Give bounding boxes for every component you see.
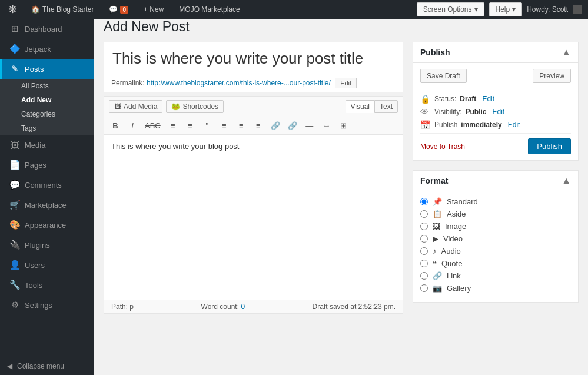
edit-permalink-btn[interactable]: Edit — [335, 78, 357, 88]
post-title-input[interactable] — [104, 42, 403, 75]
sidebar-item-label: Settings — [25, 301, 52, 310]
path-info: Path: p — [111, 303, 134, 311]
sidebar-item-label: Tools — [25, 281, 42, 290]
format-quote-radio[interactable] — [420, 260, 428, 267]
format-audio-radio[interactable] — [420, 247, 428, 255]
sidebar-item-tools[interactable]: 🔧 Tools — [0, 275, 94, 295]
visibility-edit-link[interactable]: Edit — [492, 108, 504, 116]
marketplace-link[interactable]: MOJO Marketplace — [175, 0, 243, 19]
align-left-btn[interactable]: ≡ — [217, 120, 232, 132]
draft-saved-status: Draft saved at 2:52:23 pm. — [313, 303, 396, 311]
settings-icon: ⚙ — [9, 300, 20, 310]
status-icon: 🔒 — [420, 94, 431, 104]
format-link: 🔗 Link — [420, 271, 571, 280]
sidebar-item-pages[interactable]: 📄 Pages — [0, 155, 94, 175]
permalink-link[interactable]: http://www.theblogstarter.com/this-is-wh… — [147, 79, 331, 87]
move-to-trash-link[interactable]: Move to Trash — [420, 142, 465, 151]
submenu-tags[interactable]: Tags — [0, 121, 94, 135]
sidebar-item-label: Users — [25, 261, 45, 270]
video-icon: ▶ — [433, 234, 438, 243]
submenu-categories[interactable]: Categories — [0, 107, 94, 121]
format-image: 🖼 Image — [420, 222, 571, 231]
comment-icon: 💬 — [109, 5, 118, 14]
insert-link-btn[interactable]: 🔗 — [268, 120, 283, 132]
preview-btn[interactable]: Preview — [533, 69, 571, 83]
sidebar-item-dashboard[interactable]: ⊞ Dashboard — [0, 19, 94, 39]
comments-link[interactable]: 💬 0 — [105, 0, 132, 19]
marketplace-icon: 🛒 — [9, 200, 20, 210]
format-box: Format ▲ 📌 Standard 📋 — [413, 170, 579, 303]
unordered-list-btn[interactable]: ≡ — [165, 120, 181, 132]
add-media-btn[interactable]: 🖼 Add Media — [109, 100, 162, 113]
sidebar-item-plugins[interactable]: 🔌 Plugins — [0, 235, 94, 255]
submenu-add-new[interactable]: Add New — [0, 93, 94, 107]
bold-btn[interactable]: B — [108, 120, 123, 132]
collapse-icon: ◀ — [7, 362, 12, 370]
format-image-radio[interactable] — [420, 223, 428, 230]
ordered-list-btn[interactable]: ≡ — [182, 120, 198, 132]
chevron-down-icon: ▾ — [512, 5, 516, 14]
site-name-link[interactable]: 🏠 The Blog Starter — [28, 0, 97, 19]
sidebar-item-label: Pages — [25, 161, 46, 170]
posts-submenu: All Posts Add New Categories Tags — [0, 79, 94, 135]
collapse-menu-btn[interactable]: ◀ Collapse menu — [0, 357, 94, 375]
text-tab[interactable]: Text — [374, 100, 398, 113]
side-panels: Publish ▲ Save Draft Preview 🔒 — [413, 42, 579, 314]
format-link-radio[interactable] — [420, 272, 428, 280]
sidebar-item-settings[interactable]: ⚙ Settings — [0, 295, 94, 315]
sidebar-item-comments[interactable]: 💬 Comments — [0, 175, 94, 195]
shortcodes-btn[interactable]: 🐸 Shortcodes — [166, 100, 224, 113]
align-center-btn[interactable]: ≡ — [234, 120, 249, 132]
status-edit-link[interactable]: Edit — [482, 95, 494, 103]
format-toolbar: B I ABC ≡ ≡ " ≡ ≡ ≡ 🔗 🔗 — ↔ — [104, 117, 403, 135]
format-box-header[interactable]: Format ▲ — [413, 171, 578, 191]
publish-btn[interactable]: Publish — [528, 138, 571, 154]
media-toolbar: 🖼 Add Media 🐸 Shortcodes Visual Text — [104, 97, 403, 117]
post-content-editor[interactable]: This is where you write your blog post — [104, 135, 403, 300]
publish-box-header[interactable]: Publish ▲ — [413, 42, 578, 63]
avatar[interactable] — [573, 5, 582, 14]
calendar-icon: 📅 — [420, 120, 431, 130]
media-icon: 🖼 — [9, 140, 20, 150]
appearance-icon: 🎨 — [9, 220, 20, 230]
tools-icon: 🔧 — [9, 280, 20, 290]
format-box-toggle[interactable]: ▲ — [562, 175, 571, 186]
sidebar-item-media[interactable]: 🖼 Media — [0, 135, 94, 155]
show-toolbar-btn[interactable]: ⊞ — [336, 120, 351, 132]
sidebar-item-label: Appearance — [25, 221, 66, 230]
format-aside-radio[interactable] — [420, 210, 428, 218]
save-draft-btn[interactable]: Save Draft — [420, 69, 467, 83]
publish-time-edit-link[interactable]: Edit — [508, 121, 520, 129]
pages-icon: 📄 — [9, 160, 20, 170]
visual-tab[interactable]: Visual — [346, 100, 374, 113]
image-icon: 🖼 — [433, 222, 440, 231]
new-content-link[interactable]: + New — [140, 0, 167, 19]
help-btn[interactable]: Help ▾ — [489, 2, 523, 16]
remove-link-btn[interactable]: 🔗 — [285, 120, 300, 132]
sidebar-item-jetpack[interactable]: 🔷 Jetpack — [0, 39, 94, 59]
post-editor: Permalink: http://www.theblogstarter.com… — [104, 42, 579, 314]
sidebar-item-users[interactable]: 👤 Users — [0, 255, 94, 275]
blockquote-btn[interactable]: " — [200, 120, 215, 132]
format-video-radio[interactable] — [420, 235, 428, 243]
sidebar-item-label: Plugins — [25, 241, 50, 250]
strikethrough-btn[interactable]: ABC — [142, 120, 164, 132]
insert-more-btn[interactable]: — — [302, 120, 317, 132]
comments-icon: 💬 — [9, 180, 20, 190]
format-box-content: 📌 Standard 📋 Aside 🖼 Im — [413, 191, 578, 302]
submenu-all-posts[interactable]: All Posts — [0, 79, 94, 93]
fullscreen-btn[interactable]: ↔ — [319, 120, 334, 132]
wp-logo[interactable]: ❋ — [6, 3, 19, 16]
publish-box-toggle[interactable]: ▲ — [562, 47, 571, 58]
publish-box-content: Save Draft Preview 🔒 Status: Draft Edit — [413, 63, 578, 160]
format-standard-radio[interactable] — [420, 198, 428, 205]
format-standard: 📌 Standard — [420, 197, 571, 206]
italic-btn[interactable]: I — [125, 120, 140, 132]
visibility-icon: 👁 — [420, 107, 431, 117]
align-right-btn[interactable]: ≡ — [251, 120, 266, 132]
format-gallery-radio[interactable] — [420, 284, 428, 292]
sidebar-item-marketplace[interactable]: 🛒 Marketplace — [0, 195, 94, 215]
screen-options-btn[interactable]: Screen Options ▾ — [417, 2, 484, 16]
sidebar-item-appearance[interactable]: 🎨 Appearance — [0, 215, 94, 235]
sidebar-item-posts[interactable]: ✎ Posts — [0, 59, 94, 79]
